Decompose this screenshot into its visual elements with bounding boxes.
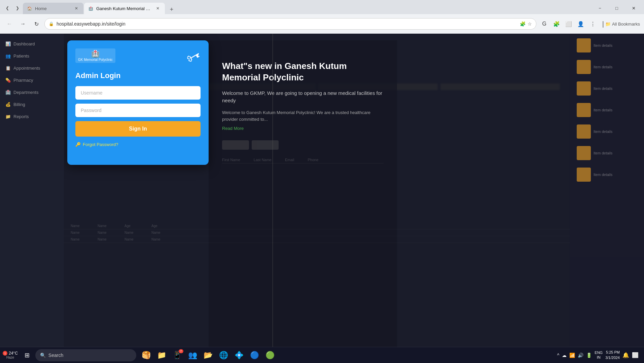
extensions-btn[interactable]: 🧩 (551, 19, 562, 29)
tab-home-title: Home (35, 6, 71, 11)
taskbar-app-files-emoji[interactable]: 🥞 (139, 348, 154, 363)
taskbar-app-edge[interactable]: 🌐 (216, 348, 231, 363)
weather-widget[interactable]: 1 24°C Haze (3, 351, 18, 359)
sidebar-toggle[interactable]: ⬜ (563, 19, 574, 29)
sidebar-item-appointments[interactable]: 📋 Appointments (0, 62, 64, 74)
right-sidebar-item-7: Item details (573, 165, 641, 184)
right-sidebar-item-2: Item details (573, 57, 641, 77)
sidebar-item-reports[interactable]: 📁 Reports (0, 110, 64, 122)
bg-table-area: Name Name Age Age Name Name Name Name Na… (64, 223, 570, 349)
sign-in-button[interactable]: Sign In (75, 121, 201, 137)
taskbar-app-app2[interactable]: 🟢 (263, 348, 278, 363)
tab-home-favicon: 🏠 (27, 6, 32, 11)
new-tab-button[interactable]: + (167, 5, 176, 14)
notification-icon[interactable]: 🔔 (622, 352, 629, 358)
right-sidebar-item-5: Item details (573, 122, 641, 141)
menu-icon[interactable]: ⋮ (587, 19, 598, 29)
cloud-icon[interactable]: ☁ (562, 353, 567, 358)
taskbar-apps: 🥞 📁 📱 7 👥 📂 🌐 💠 🔵 🟢 (139, 348, 278, 363)
taskbar-app-teams[interactable]: 👥 (185, 348, 200, 363)
login-card: 🏥 GK Memorial Polyclinic 🗝 Admin Login S… (67, 40, 209, 165)
taskbar-app-app1[interactable]: 💠 (232, 348, 247, 363)
right-item-text-5: Item details (594, 130, 612, 134)
datetime-display[interactable]: 5:25 PM 3/1/2024 (605, 350, 620, 360)
browser-chrome: ❮ ❯ 🏠 Home ✕ 🏥 Ganesh Kutum Memorial Pol… (0, 0, 644, 34)
language-indicator[interactable]: ENG IN (595, 351, 603, 359)
back-button[interactable]: ← (4, 19, 15, 29)
whatsapp-badge: 7 (179, 349, 183, 353)
departments-icon: 🏥 (5, 89, 11, 95)
password-input[interactable] (75, 104, 201, 117)
app2-icon: 🟢 (265, 351, 275, 360)
minimize-button[interactable]: − (592, 3, 608, 13)
forward-button[interactable]: → (17, 19, 28, 29)
all-bookmarks-label[interactable]: All Bookmarks (612, 22, 640, 27)
files-icon: 📂 (204, 351, 213, 360)
taskbar-search-icon: 🔍 (40, 353, 46, 358)
taskbar-app-chrome[interactable]: 🔵 (247, 348, 262, 363)
right-sidebar-item-4: Item details (573, 100, 641, 120)
wifi-icon[interactable]: 📶 (569, 353, 575, 358)
tab-nav-forward[interactable]: ❯ (13, 3, 22, 13)
weather-temp: 24°C (9, 351, 18, 356)
sidebar-item-departments[interactable]: 🏥 Departments (0, 86, 64, 98)
bookmarks-folder-icon[interactable]: 📁 (605, 22, 611, 27)
left-sidebar: 📊 Dashboard 👥 Patients 📋 Appointments 💊 … (0, 34, 64, 349)
taskbar-app-files[interactable]: 📂 (201, 348, 216, 363)
sidebar-item-patients[interactable]: 👥 Patients (0, 50, 64, 62)
taskbar-app-whatsapp[interactable]: 📱 7 (170, 348, 185, 363)
taskbar-search-text: Search (48, 353, 63, 358)
browser-right-icons: G 🧩 ⬜ 👤 ⋮ | 📁 All Bookmarks (539, 19, 640, 29)
patients-icon: 👥 (5, 53, 11, 59)
hospital-logo: 🏥 GK Memorial Polyclinic (75, 48, 115, 63)
tab-home[interactable]: 🏠 Home ✕ (23, 3, 83, 14)
forgot-password-link[interactable]: 🔑 Forgot Password? (75, 142, 201, 147)
tab-hospital-close[interactable]: ✕ (155, 5, 161, 11)
reports-icon: 📁 (5, 114, 11, 119)
folder-icon: 📁 (157, 351, 166, 360)
chevron-up-icon[interactable]: ^ (557, 353, 560, 358)
whats-new-subtitle: Welcome to GKMP, We are going to opening… (222, 89, 384, 105)
whats-new-title: What"s new in Ganesh Kutum Memorial Poly… (222, 61, 384, 83)
hospital-logo-text: GK Memorial Polyclinic (78, 58, 113, 62)
refresh-button[interactable]: ↻ (31, 19, 42, 29)
taskbar-search-bar[interactable]: 🔍 Search (35, 349, 136, 361)
sidebar-item-billing[interactable]: 💰 Billing (0, 98, 64, 110)
sidebar-item-dashboard[interactable]: 📊 Dashboard (0, 38, 64, 50)
login-card-header: 🏥 GK Memorial Polyclinic 🗝 (75, 48, 201, 65)
bookmarks-divider: | (602, 20, 604, 28)
tab-hospital-favicon: 🏥 (88, 6, 94, 11)
taskbar: 1 24°C Haze ⊞ 🔍 Search 🥞 📁 📱 7 👥 📂 🌐 (0, 347, 644, 363)
orange-square-1 (577, 38, 591, 52)
billing-icon: 💰 (5, 102, 11, 107)
address-bar[interactable]: 🔒 hospital.easywebapp.in/site/login 🧩 ☆ (44, 18, 536, 30)
key-icon: 🗝 (183, 46, 204, 67)
show-desktop-button[interactable]: ⬜ (632, 352, 639, 358)
start-button[interactable]: ⊞ (21, 349, 34, 362)
google-translate-icon[interactable]: G (539, 19, 550, 29)
extensions-icon[interactable]: 🧩 (520, 21, 526, 27)
chrome-icon: 🔵 (250, 351, 259, 360)
sidebar-label-reports: Reports (13, 114, 29, 119)
tab-hospital[interactable]: 🏥 Ganesh Kutum Memorial Polyc ✕ (84, 3, 165, 14)
tab-home-close[interactable]: ✕ (73, 5, 79, 11)
profile-icon[interactable]: 👤 (575, 19, 586, 29)
username-input[interactable] (75, 86, 201, 100)
battery-icon[interactable]: 🔋 (586, 353, 592, 358)
speaker-icon[interactable]: 🔊 (578, 353, 583, 358)
taskbar-app-explorer[interactable]: 📁 (154, 348, 169, 363)
forgot-password-text: Forgot Password? (83, 142, 118, 147)
whats-new-description: Welcome to Ganesh Kutum Memorial Polycli… (222, 109, 384, 123)
window-controls: − □ ✕ (592, 3, 641, 13)
maximize-button[interactable]: □ (609, 3, 624, 13)
read-more-link[interactable]: Read More (222, 126, 384, 131)
tab-hospital-title: Ganesh Kutum Memorial Polyc (96, 6, 152, 11)
bookmark-star-icon[interactable]: ☆ (528, 21, 532, 27)
close-button[interactable]: ✕ (626, 3, 641, 13)
weather-condition: Haze (6, 356, 14, 359)
orange-square-6 (577, 146, 591, 160)
right-sidebar-item-6: Item details (573, 143, 641, 163)
tab-nav-back[interactable]: ❮ (3, 3, 12, 13)
sidebar-item-pharmacy[interactable]: 💊 Pharmacy (0, 74, 64, 86)
right-item-text-3: Item details (594, 86, 612, 90)
